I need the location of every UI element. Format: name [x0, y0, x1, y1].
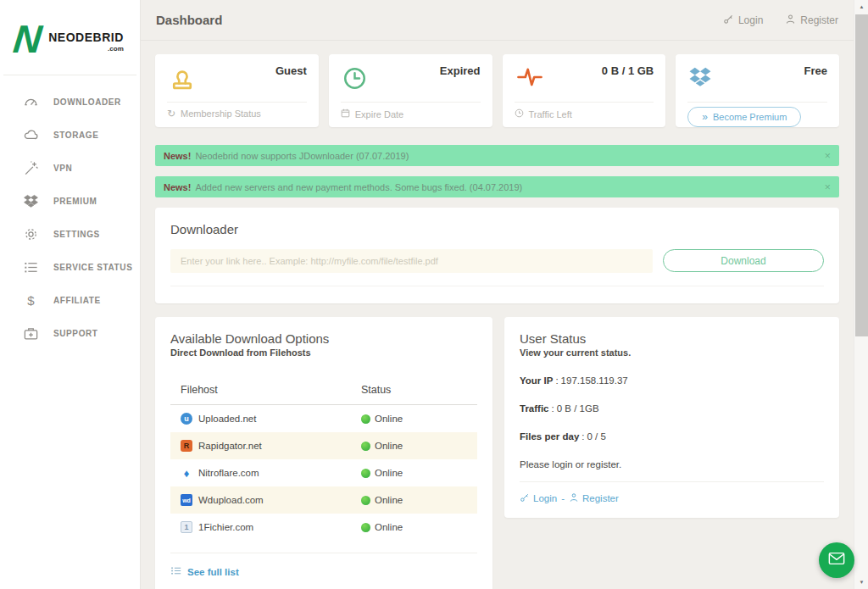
sidebar-item-support[interactable]: SUPPORT	[0, 317, 140, 350]
topbar: Dashboard Login Register	[141, 0, 854, 41]
options-title: Available Download Options	[170, 331, 477, 346]
stamp-icon	[167, 64, 198, 98]
online-status-icon	[361, 414, 370, 424]
table-footer: See full list	[170, 553, 477, 580]
expire-label: Expire Date	[355, 109, 403, 119]
person-icon	[785, 14, 796, 27]
filehost-name: Uploaded.net	[198, 414, 256, 424]
wand-icon	[23, 160, 39, 176]
download-options-panel: Available Download Options Direct Downlo…	[155, 317, 492, 589]
login-link[interactable]: Login	[520, 492, 557, 504]
filehost-name: Nitroflare.com	[198, 468, 259, 478]
table-row[interactable]: 11Fichier.com Online	[170, 514, 477, 541]
refresh-icon: ↻	[167, 108, 175, 119]
login-link[interactable]: Login	[723, 14, 763, 27]
sidebar-item-service-status[interactable]: SERVICE STATUS	[0, 251, 140, 284]
sidebar-nav: DOWNLOADER STORAGE VPN PREMIUM	[0, 86, 140, 350]
news-banner: News! Neodebrid now supports JDownloader…	[155, 145, 839, 166]
register-link[interactable]: Register	[569, 492, 619, 504]
sidebar-item-vpn[interactable]: VPN	[0, 152, 140, 185]
pulse-icon	[515, 64, 545, 93]
double-chevron-icon: »	[702, 111, 708, 123]
online-status-icon	[361, 442, 370, 451]
membership-label: Membership Status	[181, 108, 261, 119]
col-status: Status	[361, 384, 467, 396]
field-label: Your IP	[520, 375, 553, 386]
table-row[interactable]: ♦Nitroflare.com Online	[170, 459, 477, 486]
register-label: Register	[800, 14, 838, 26]
news-prefix: News!	[164, 151, 191, 161]
main-area: Dashboard Login Register	[141, 0, 854, 589]
sidebar-item-premium[interactable]: PREMIUM	[0, 185, 140, 218]
sidebar-item-label: AFFILIATE	[53, 296, 101, 305]
person-icon	[569, 492, 579, 504]
cloud-icon	[23, 127, 39, 143]
uploaded-icon: u	[181, 413, 192, 425]
download-button[interactable]: Download	[663, 249, 824, 272]
table-header: Filehost Status	[170, 376, 477, 404]
ip-field: Your IP:197.158.119.37	[520, 375, 824, 386]
scrollbar-thumb[interactable]	[855, 14, 868, 336]
become-premium-button[interactable]: » Become Premium	[687, 107, 801, 127]
card-divider	[167, 102, 307, 103]
table-row[interactable]: RRapidgator.net Online	[170, 432, 477, 459]
list-icon	[23, 259, 39, 275]
app-root: N Neodebrid .com DOWNLOADER STORAGE	[0, 0, 868, 589]
sidebar-item-downloader[interactable]: DOWNLOADER	[0, 86, 140, 119]
close-icon[interactable]: ×	[824, 181, 831, 193]
user-status-panel: User Status View your current status. Yo…	[504, 317, 839, 518]
sidebar-item-label: VPN	[53, 164, 72, 173]
card-divider	[687, 102, 827, 103]
field-separator: :	[555, 375, 558, 386]
login-note: Please login or register.	[520, 459, 824, 470]
sidebar-item-label: SETTINGS	[53, 230, 100, 239]
traffic-field: Traffic:0 B / 1GB	[520, 403, 824, 414]
register-label: Register	[582, 493, 619, 503]
brand-logo[interactable]: N Neodebrid .com	[0, 0, 140, 75]
premium-card: Free » Become Premium	[676, 54, 839, 127]
status-badge: Online	[375, 468, 403, 478]
link-input[interactable]	[170, 249, 653, 273]
news-text: Neodebrid now supports JDownloader (07.0…	[195, 151, 824, 161]
fichier-icon: 1	[181, 521, 192, 533]
traffic-label: Traffic Left	[529, 109, 572, 119]
topbar-links: Login Register	[723, 14, 838, 27]
scroll-up-arrow[interactable]: ▲	[854, 0, 868, 14]
sidebar-item-label: SERVICE STATUS	[53, 263, 132, 272]
filehost-name: Rapidgator.net	[198, 441, 262, 451]
filehost-name: 1Fichier.com	[198, 522, 253, 532]
field-separator: :	[552, 403, 554, 414]
card-divider	[341, 102, 481, 103]
rapidgator-icon: R	[181, 440, 192, 452]
login-label: Login	[738, 14, 763, 26]
divider	[520, 481, 824, 482]
page-scrollbar[interactable]: ▲ ▼	[854, 0, 868, 589]
expire-value: Expired	[440, 64, 481, 77]
sidebar-item-settings[interactable]: SETTINGS	[0, 218, 140, 251]
user-status-title: User Status	[520, 331, 824, 346]
user-status-links: Login - Register	[520, 492, 824, 504]
list-icon	[170, 564, 181, 580]
status-badge: Online	[375, 414, 403, 424]
sidebar-item-affiliate[interactable]: $ AFFILIATE	[0, 284, 140, 317]
close-icon[interactable]: ×	[824, 149, 831, 162]
register-link[interactable]: Register	[785, 14, 838, 27]
sidebar-item-storage[interactable]: STORAGE	[0, 119, 140, 152]
membership-label-row: ↻ Membership Status	[167, 108, 307, 119]
traffic-label-row: Traffic Left	[515, 108, 654, 119]
see-full-list-link[interactable]: See full list	[187, 567, 239, 577]
scroll-down-arrow[interactable]: ▼	[854, 575, 868, 589]
links-separator: -	[561, 493, 565, 503]
dollar-icon: $	[23, 292, 39, 308]
medkit-icon	[23, 325, 39, 342]
table-row[interactable]: wdWdupload.com Online	[170, 486, 477, 514]
clock-small-icon	[515, 108, 524, 119]
status-badge: Online	[375, 495, 403, 505]
login-label: Login	[533, 493, 557, 503]
brand-text: Neodebrid .com	[48, 31, 124, 53]
sidebar: N Neodebrid .com DOWNLOADER STORAGE	[0, 0, 141, 589]
online-status-icon	[361, 469, 370, 478]
table-row[interactable]: uUploaded.net Online	[170, 405, 477, 432]
filehost-table: Filehost Status uUploaded.net Online RRa…	[170, 376, 477, 541]
chat-button[interactable]	[819, 542, 854, 578]
